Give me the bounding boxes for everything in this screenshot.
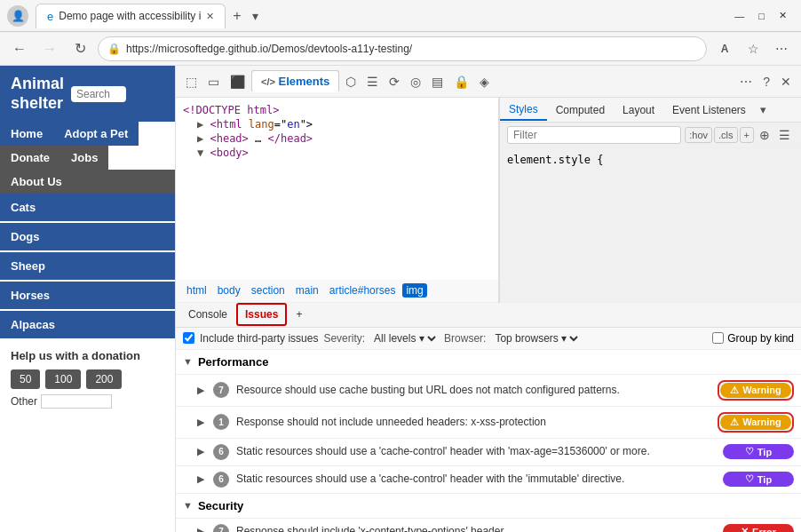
html-line-doctype[interactable]: <!DOCTYPE html> [183, 103, 491, 117]
html-line-body[interactable]: ▼ <body> [183, 146, 491, 160]
body-arrow[interactable]: ▼ [197, 147, 203, 159]
html-arrow[interactable]: ▶ [197, 118, 203, 131]
tab-elements[interactable]: </> Elements [251, 70, 339, 92]
nav-donate[interactable]: Donate [0, 146, 60, 170]
breadcrumb-body[interactable]: body [214, 283, 244, 298]
issues-panel: Include third-party issues Severity: All… [176, 328, 801, 533]
favorites-button[interactable]: ☆ [741, 36, 765, 61]
styles-more-button[interactable]: ▾ [755, 101, 772, 118]
list-item-dogs[interactable]: Dogs [0, 223, 175, 252]
list-item-cats[interactable]: Cats [0, 194, 175, 223]
nav-jobs[interactable]: Jobs [60, 146, 108, 170]
donate-200-button[interactable]: 200 [86, 369, 122, 389]
performance-icon[interactable]: ⟳ [385, 72, 404, 91]
help-icon[interactable]: ? [758, 72, 774, 91]
translate-button[interactable]: A [712, 36, 737, 61]
group-by-checkbox[interactable] [712, 332, 724, 344]
html-content: <!DOCTYPE html> ▶ <html lang="en"> ▶ <he… [176, 98, 498, 280]
donate-100-button[interactable]: 100 [45, 369, 81, 389]
main-layout: Animal shelter Home Adopt a Pet Donate J… [0, 66, 801, 532]
lighthouse-icon[interactable]: ◈ [475, 72, 494, 91]
tab-event-listeners[interactable]: Event Listeners [663, 100, 755, 120]
severity-select[interactable]: All levels ▾ [370, 331, 439, 345]
security-section-header[interactable]: ▼ Security [176, 494, 801, 519]
html-line-head[interactable]: ▶ <head> … </head> [183, 131, 491, 146]
site-header: Animal shelter [0, 66, 175, 122]
nav-home[interactable]: Home [0, 122, 53, 146]
styles-toolbar-icons: :hov .cls + ⊕ ☰ [685, 127, 794, 143]
search-input[interactable] [76, 88, 121, 100]
url-bar[interactable]: 🔒 https://microsoftedge.github.io/Demos/… [98, 36, 707, 61]
tab-close-button[interactable]: ✕ [206, 11, 214, 22]
perf-issue-2[interactable]: ▶ 1 Response should not include unneeded… [176, 407, 801, 439]
network-icon[interactable]: ⬡ [341, 72, 361, 91]
security-icon[interactable]: 🔒 [449, 72, 473, 91]
application-icon[interactable]: ▤ [427, 72, 448, 91]
performance-section-label: Performance [198, 355, 268, 369]
head-arrow[interactable]: ▶ [197, 132, 203, 145]
tip-icon-4: ♡ [745, 473, 754, 485]
close-button[interactable]: ✕ [772, 8, 794, 23]
sources-icon[interactable]: ☰ [362, 72, 383, 91]
html-line-html[interactable]: ▶ <html lang="en"> [183, 117, 491, 131]
issue-count-3: 6 [213, 444, 229, 460]
back-button[interactable]: ← [7, 36, 32, 61]
device-icon[interactable]: ▭ [203, 72, 224, 91]
devtools-body: <!DOCTYPE html> ▶ <html lang="en"> ▶ <he… [176, 98, 801, 303]
toggle-element-state-icon[interactable]: ☰ [775, 127, 794, 143]
list-item-alpacas[interactable]: Alpacas [0, 311, 175, 340]
styles-filter-bar: :hov .cls + ⊕ ☰ [500, 123, 801, 148]
tab-styles[interactable]: Styles [500, 99, 547, 121]
reload-button[interactable]: ↻ [67, 36, 92, 61]
close-devtools-icon[interactable]: ✕ [776, 72, 796, 91]
breadcrumb-html[interactable]: html [183, 283, 210, 298]
pseudo-cls-button[interactable]: .cls [714, 127, 738, 143]
search-box[interactable] [71, 86, 126, 102]
perf-issue-4[interactable]: ▶ 6 Static resources should use a 'cache… [176, 466, 801, 494]
styles-filter-input[interactable] [507, 126, 681, 144]
new-tab-button[interactable]: + [226, 8, 248, 24]
issue-text-4: Static resources should use a 'cache-con… [236, 472, 716, 487]
elements-tag-icon: </> [261, 76, 275, 87]
tab-computed[interactable]: Computed [547, 100, 614, 120]
third-party-checkbox[interactable] [183, 332, 194, 344]
forward-button[interactable]: → [37, 36, 62, 61]
memory-icon[interactable]: ◎ [406, 72, 425, 91]
breadcrumb-section[interactable]: section [248, 283, 289, 298]
browser-select[interactable]: Top browsers ▾ [491, 331, 581, 345]
issue-text-3: Static resources should use a 'cache-con… [236, 444, 716, 459]
styles-content: element.style { [500, 148, 801, 303]
sec-issue-1[interactable]: ▶ 7 Response should include 'x-content-t… [176, 519, 801, 533]
breadcrumb-img[interactable]: img [402, 283, 426, 298]
list-item-sheep[interactable]: Sheep [0, 252, 175, 282]
perf-issue-1[interactable]: ▶ 7 Resource should use cache busting bu… [176, 375, 801, 407]
inspect-icon[interactable]: ⬚ [181, 72, 202, 91]
active-tab[interactable]: e Demo page with accessibility iss... ✕ [36, 4, 226, 28]
donate-50-button[interactable]: 50 [11, 369, 40, 389]
tab-layout[interactable]: Layout [614, 100, 663, 120]
tab-dropdown-button[interactable]: ▾ [249, 9, 262, 23]
devtools-panel: ⬚ ▭ ⬛ </> Elements ⬡ ☰ ⟳ ◎ ▤ 🔒 ◈ ⋯ ? ✕ [176, 66, 801, 532]
nav-adopt[interactable]: Adopt a Pet [53, 122, 139, 146]
add-style-button[interactable]: + [740, 127, 754, 143]
more-button[interactable]: ⋯ [769, 36, 794, 61]
list-item-horses[interactable]: Horses [0, 282, 175, 311]
add-tab-button[interactable]: + [289, 305, 309, 324]
nav-about[interactable]: About Us [0, 170, 175, 194]
performance-section-header[interactable]: ▼ Performance [176, 350, 801, 375]
pseudo-hov-button[interactable]: :hov [685, 127, 712, 143]
minimize-button[interactable]: — [727, 9, 751, 23]
donate-other-input[interactable] [41, 394, 112, 409]
more-tools-icon[interactable]: ⋯ [735, 72, 757, 91]
toggle-icon[interactable]: ⬛ [226, 72, 250, 91]
breadcrumb-article[interactable]: article#horses [326, 283, 400, 298]
tab-issues[interactable]: Issues [236, 303, 287, 326]
new-style-rule-icon[interactable]: ⊕ [756, 127, 773, 143]
maximize-button[interactable]: □ [751, 9, 772, 23]
breadcrumb-main[interactable]: main [292, 283, 322, 298]
tab-console[interactable]: Console [181, 305, 234, 324]
security-issues: ▶ 7 Response should include 'x-content-t… [176, 519, 801, 533]
error-icon-1: ✕ [741, 526, 749, 532]
perf-issue-3[interactable]: ▶ 6 Static resources should use a 'cache… [176, 439, 801, 466]
devtools-lower-tabs: Console Issues + [176, 303, 801, 328]
